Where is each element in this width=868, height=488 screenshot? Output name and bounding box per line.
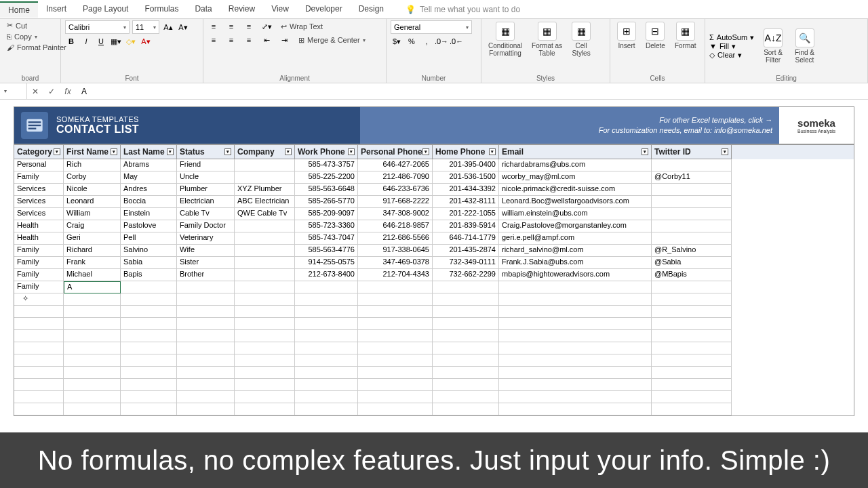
column-header-company[interactable]: Company▾ bbox=[235, 145, 295, 159]
cell[interactable] bbox=[14, 379, 64, 391]
cell[interactable] bbox=[177, 306, 235, 318]
cell[interactable]: Brother bbox=[177, 269, 235, 281]
cell[interactable] bbox=[235, 245, 295, 257]
cell[interactable] bbox=[433, 281, 499, 293]
cell[interactable] bbox=[121, 330, 177, 342]
cell[interactable]: Boccia bbox=[121, 196, 177, 208]
cell[interactable]: 201-395-0400 bbox=[433, 159, 499, 171]
cell[interactable]: richardabrams@ubs.com bbox=[499, 159, 652, 171]
cell[interactable] bbox=[358, 306, 433, 318]
cell[interactable] bbox=[433, 318, 499, 330]
cell[interactable] bbox=[177, 354, 235, 367]
formula-input[interactable]: A bbox=[76, 87, 868, 96]
other-templates-link[interactable]: For other Excel templates, click → bbox=[599, 115, 772, 125]
cell[interactable]: 347-469-0378 bbox=[358, 257, 433, 269]
bold-button[interactable]: B bbox=[65, 35, 77, 47]
cell[interactable] bbox=[433, 306, 499, 318]
filter-dropdown-icon[interactable]: ▾ bbox=[489, 148, 496, 155]
column-header-status[interactable]: Status▾ bbox=[177, 145, 235, 159]
cell[interactable]: A bbox=[64, 281, 121, 293]
cell[interactable] bbox=[358, 318, 433, 330]
cell[interactable]: 212-686-5566 bbox=[358, 232, 433, 245]
cell[interactable] bbox=[64, 354, 121, 367]
column-header-first-name[interactable]: First Name▾ bbox=[64, 145, 121, 159]
cell[interactable] bbox=[121, 367, 177, 379]
cell[interactable]: 646-218-9857 bbox=[358, 220, 433, 232]
column-header-twitter-id[interactable]: Twitter ID▾ bbox=[652, 145, 732, 159]
cell[interactable] bbox=[433, 367, 499, 379]
cell[interactable]: 732-349-0111 bbox=[433, 257, 499, 269]
cell[interactable] bbox=[295, 306, 358, 318]
cell[interactable] bbox=[358, 354, 433, 367]
fill-color-button[interactable]: ◇▾ bbox=[125, 35, 137, 47]
cell[interactable] bbox=[177, 367, 235, 379]
tab-insert[interactable]: Insert bbox=[38, 1, 75, 18]
cell[interactable] bbox=[295, 367, 358, 379]
filter-dropdown-icon[interactable]: ▾ bbox=[224, 148, 231, 155]
cell[interactable]: Family bbox=[14, 269, 64, 281]
cell[interactable]: 732-662-2299 bbox=[433, 269, 499, 281]
filter-dropdown-icon[interactable]: ▾ bbox=[167, 148, 174, 155]
cell[interactable] bbox=[64, 391, 121, 403]
cell[interactable] bbox=[295, 342, 358, 354]
cell[interactable] bbox=[499, 391, 652, 403]
filter-dropdown-icon[interactable]: ▾ bbox=[54, 148, 60, 155]
comma-button[interactable]: , bbox=[420, 35, 433, 47]
enter-button[interactable]: ✓ bbox=[43, 87, 60, 96]
cell[interactable] bbox=[14, 354, 64, 367]
cell[interactable]: 201-432-8111 bbox=[433, 196, 499, 208]
cell[interactable]: Einstein bbox=[121, 208, 177, 220]
cell[interactable]: Family bbox=[14, 171, 64, 184]
filter-dropdown-icon[interactable]: ▾ bbox=[722, 148, 728, 155]
tab-view[interactable]: View bbox=[263, 1, 297, 18]
insert-cells-button[interactable]: ⊞Insert bbox=[614, 20, 639, 72]
cell[interactable] bbox=[433, 342, 499, 354]
tab-page-layout[interactable]: Page Layout bbox=[75, 1, 136, 18]
cell[interactable] bbox=[177, 330, 235, 342]
align-left-button[interactable]: ≡ bbox=[208, 34, 220, 46]
cell[interactable]: Andres bbox=[121, 184, 177, 196]
tell-me-box[interactable]: 💡 Tell me what you want to do bbox=[406, 5, 520, 14]
cell[interactable]: Leonard.Boc@wellsfargoadvisors.com bbox=[499, 196, 652, 208]
cell[interactable]: Sister bbox=[177, 257, 235, 269]
cell[interactable]: Cable Tv bbox=[177, 208, 235, 220]
align-center-button[interactable]: ≡ bbox=[225, 34, 237, 46]
column-header-email[interactable]: Email▾ bbox=[499, 145, 652, 159]
format-cells-button[interactable]: ▦Format bbox=[672, 20, 699, 72]
delete-cells-button[interactable]: ⊟Delete bbox=[643, 20, 668, 72]
cell[interactable] bbox=[177, 318, 235, 330]
cell[interactable] bbox=[652, 281, 732, 293]
cell[interactable] bbox=[235, 403, 295, 415]
filter-dropdown-icon[interactable]: ▾ bbox=[422, 148, 429, 155]
cell[interactable]: Salvino bbox=[121, 245, 177, 257]
cell[interactable] bbox=[358, 379, 433, 391]
cell[interactable]: mbapis@hightoweradvisors.com bbox=[499, 269, 652, 281]
cell[interactable]: Health bbox=[14, 232, 64, 245]
cell[interactable] bbox=[14, 318, 64, 330]
cell[interactable] bbox=[177, 379, 235, 391]
cell[interactable]: 585-225-2200 bbox=[295, 171, 358, 184]
cell[interactable]: Plumber bbox=[177, 184, 235, 196]
cell[interactable] bbox=[499, 367, 652, 379]
dec-decimal-button[interactable]: .0← bbox=[450, 35, 462, 47]
cell[interactable]: Uncle bbox=[177, 171, 235, 184]
cell[interactable] bbox=[499, 293, 652, 306]
cell[interactable] bbox=[295, 330, 358, 342]
cell[interactable] bbox=[499, 281, 652, 293]
cell[interactable] bbox=[64, 367, 121, 379]
cell[interactable] bbox=[64, 306, 121, 318]
cell[interactable]: 212-704-4343 bbox=[358, 269, 433, 281]
cell[interactable] bbox=[64, 379, 121, 391]
cell[interactable]: Corby bbox=[64, 171, 121, 184]
cell[interactable] bbox=[652, 403, 732, 415]
cell[interactable] bbox=[652, 318, 732, 330]
cell[interactable] bbox=[64, 330, 121, 342]
cell[interactable]: Services bbox=[14, 196, 64, 208]
cell[interactable] bbox=[652, 232, 732, 245]
cell[interactable]: William bbox=[64, 208, 121, 220]
cell[interactable]: Craig.Pastolove@morganstanley.com bbox=[499, 220, 652, 232]
cell[interactable]: May bbox=[121, 171, 177, 184]
cell[interactable] bbox=[235, 220, 295, 232]
cell[interactable] bbox=[358, 403, 433, 415]
cell[interactable]: Family Doctor bbox=[177, 220, 235, 232]
